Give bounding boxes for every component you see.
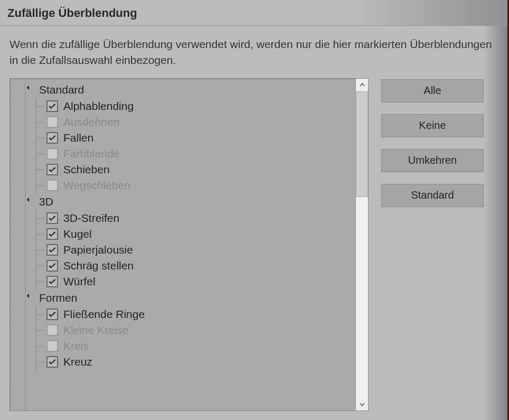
invert-button[interactable]: Umkehren xyxy=(381,149,484,172)
checkbox[interactable] xyxy=(46,100,58,112)
item-label: Kleine Kreise xyxy=(63,324,129,337)
tree-item[interactable]: Kreuz xyxy=(46,354,355,370)
checkbox[interactable] xyxy=(46,244,58,256)
item-label: Papierjalousie xyxy=(63,244,133,256)
group-label: Standard xyxy=(39,83,84,96)
tree-item[interactable]: Kreis xyxy=(46,338,355,354)
group-label: 3D xyxy=(39,195,53,208)
checkbox[interactable] xyxy=(46,164,58,175)
checkbox[interactable] xyxy=(46,309,58,320)
tree-item[interactable]: Papierjalousie xyxy=(46,242,355,258)
item-label: Farbblende xyxy=(63,147,119,160)
tree-item[interactable]: Kleine Kreise xyxy=(46,322,355,338)
checkbox[interactable] xyxy=(46,260,58,272)
scroll-down-button[interactable] xyxy=(356,398,368,410)
tree-item[interactable]: Alphablending xyxy=(46,98,355,114)
scroll-track[interactable] xyxy=(356,91,368,398)
tree-item[interactable]: Schräg stellen xyxy=(46,258,355,274)
default-button[interactable]: Standard xyxy=(381,184,484,207)
item-label: Alphablending xyxy=(63,100,134,113)
checkbox[interactable] xyxy=(46,276,58,287)
tree-item[interactable]: Farbblende xyxy=(46,146,355,162)
item-label: Kreuz xyxy=(63,356,92,368)
item-label: Schräg stellen xyxy=(63,259,134,272)
tree-group: 3D3D-StreifenKugelPapierjalousieSchräg s… xyxy=(11,193,355,290)
item-label: 3D-Streifen xyxy=(63,212,119,225)
checkbox[interactable] xyxy=(46,180,58,191)
checkbox[interactable] xyxy=(46,356,58,368)
tree-group: FormenFließende RingeKleine KreiseKreisK… xyxy=(11,290,355,370)
group-header[interactable]: Formen xyxy=(11,290,355,306)
scrollbar[interactable] xyxy=(355,79,368,410)
tree-item[interactable]: Fließende Ringe xyxy=(46,306,355,322)
expander-icon[interactable] xyxy=(27,199,33,204)
select-none-button[interactable]: Keine xyxy=(381,114,484,137)
group-header[interactable]: 3D xyxy=(11,193,355,210)
item-label: Kreis xyxy=(63,340,89,352)
item-label: Fließende Ringe xyxy=(63,308,145,321)
description-text: Wenn die zufällige Überblendung verwende… xyxy=(10,36,498,69)
expander-icon[interactable] xyxy=(27,87,33,92)
tree-item[interactable]: 3D-Streifen xyxy=(46,210,355,226)
checkbox[interactable] xyxy=(46,148,58,160)
tree-item[interactable]: Schieben xyxy=(46,162,355,178)
checkbox[interactable] xyxy=(46,116,58,128)
tree-item[interactable]: Würfel xyxy=(46,274,355,290)
group-label: Formen xyxy=(39,292,77,304)
item-label: Fallen xyxy=(63,132,93,144)
select-all-button[interactable]: Alle xyxy=(381,79,484,102)
scroll-thumb[interactable] xyxy=(356,91,368,197)
tree-group: StandardAlphablendingAusdehnenFallenFarb… xyxy=(11,81,355,193)
item-label: Ausdehnen xyxy=(63,116,119,128)
tree-item[interactable]: Kugel xyxy=(46,226,355,242)
tree-item[interactable]: Wegschieben xyxy=(46,178,355,193)
checkbox[interactable] xyxy=(46,228,58,240)
item-label: Schieben xyxy=(63,163,110,176)
scroll-up-button[interactable] xyxy=(356,79,368,91)
tree-item[interactable]: Fallen xyxy=(46,130,355,146)
page-title: Zufällige Überblendung xyxy=(0,0,507,26)
item-label: Kugel xyxy=(63,228,92,240)
group-header[interactable]: Standard xyxy=(11,81,355,98)
checkbox[interactable] xyxy=(46,324,58,336)
checkbox[interactable] xyxy=(46,212,58,224)
item-label: Wegschieben xyxy=(63,179,130,192)
transition-tree: StandardAlphablendingAusdehnenFallenFarb… xyxy=(10,78,369,411)
checkbox[interactable] xyxy=(46,340,58,352)
checkbox[interactable] xyxy=(46,132,58,144)
tree-item[interactable]: Ausdehnen xyxy=(46,114,355,130)
item-label: Würfel xyxy=(63,275,96,288)
expander-icon[interactable] xyxy=(27,295,33,301)
